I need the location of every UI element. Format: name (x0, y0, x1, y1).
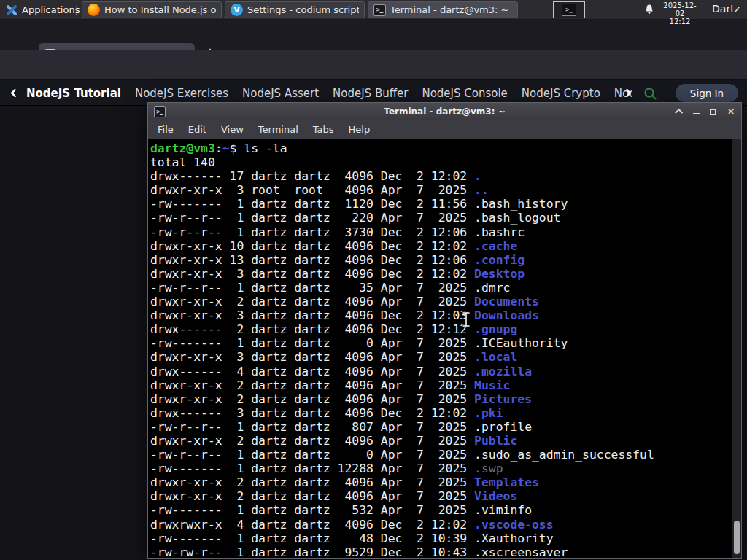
terminal-total-line: total 140 (150, 155, 732, 169)
sign-in-button[interactable]: Sign In (676, 84, 738, 102)
terminal-listing-row: drwx------ 17 dartz dartz 4096 Dec 2 12:… (150, 169, 732, 183)
taskbar-item-terminal[interactable]: >_ Terminal - dartz@vm3: ~ (368, 1, 518, 18)
terminal-menu-item[interactable]: Terminal (254, 124, 303, 135)
top-panel: Applications How to Install Node.js o...… (0, 0, 747, 20)
terminal-listing-row: -rw------- 1 dartz dartz 532 Apr 7 2025 … (150, 503, 732, 517)
clock-time: 12:12 (659, 18, 701, 26)
terminal-minimize-button[interactable] (693, 113, 700, 114)
terminal-prompt-line: dartz@vm3:~$ ls -la (150, 141, 732, 155)
terminal-listing-row: -rw------- 1 dartz dartz 0 Apr 7 2025 .I… (150, 336, 732, 350)
terminal-window: >_ Terminal - dartz@vm3: ~ ✕ FileEditVie… (147, 102, 742, 559)
terminal-output[interactable]: dartz@vm3:~$ ls -la total 140 drwx------… (148, 139, 732, 558)
terminal-menu-item[interactable]: Edit (184, 124, 211, 135)
terminal-window-thumbnail-icon: >_ (562, 4, 576, 16)
terminal-listing-row: drwxr-xr-x 2 dartz dartz 4096 Apr 7 2025… (150, 434, 732, 448)
terminal-listing-row: -rw-rw-r-- 1 dartz dartz 9529 Dec 2 10:4… (150, 545, 732, 558)
workspace-switcher[interactable]: >_ (553, 1, 585, 18)
browser-navigation-toolbar: ← → https://www.geeksforgeeks.org/node-j… (0, 50, 747, 80)
terminal-listing-row: drwxrwxr-x 4 dartz dartz 4096 Dec 2 12:0… (150, 518, 732, 532)
terminal-listing-row: drwx------ 3 dartz dartz 4096 Dec 2 12:0… (150, 406, 732, 420)
gfg-nav-item[interactable]: NodeJS Tutorial (26, 87, 121, 100)
firefox-icon (88, 4, 100, 16)
terminal-listing-row: drwx------ 2 dartz dartz 4096 Dec 2 12:1… (150, 322, 732, 336)
terminal-listing-row: drwxr-xr-x 2 dartz dartz 4096 Apr 7 2025… (150, 295, 732, 308)
terminal-listing: drwx------ 17 dartz dartz 4096 Dec 2 12:… (150, 169, 732, 558)
notification-bell-icon[interactable] (643, 4, 655, 16)
ibeam-mouse-cursor (461, 311, 471, 327)
gfg-nav-item[interactable]: NodeJS Assert (242, 87, 319, 100)
gfg-nav-item[interactable]: NodeJS Buffer (333, 87, 408, 100)
terminal-menu-item[interactable]: Tabs (309, 124, 338, 135)
applications-label: Applications (22, 4, 80, 15)
terminal-window-title: Terminal - dartz@vm3: ~ (148, 106, 741, 117)
panel-username[interactable]: Dartz (712, 3, 740, 15)
gfg-nav-item[interactable]: NodeJS Console (422, 87, 507, 100)
terminal-listing-row: -rw-r--r-- 1 dartz dartz 0 Apr 7 2025 .s… (150, 448, 732, 462)
codium-icon: V (231, 4, 243, 16)
terminal-listing-row: drwxr-xr-x 3 dartz dartz 4096 Apr 7 2025… (150, 350, 732, 364)
terminal-listing-row: -rw-r--r-- 1 dartz dartz 807 Apr 7 2025 … (150, 420, 732, 434)
clock-date: 2025-12-02 (659, 1, 701, 18)
terminal-listing-row: drwxr-xr-x 3 dartz dartz 4096 Dec 2 12:0… (150, 308, 732, 322)
terminal-listing-row: -rw------- 1 dartz dartz 12288 Apr 7 202… (150, 462, 732, 475)
terminal-listing-row: drwx------ 4 dartz dartz 4096 Apr 7 2025… (150, 365, 732, 378)
terminal-scrollbar-thumb[interactable] (734, 521, 740, 554)
terminal-maximize-button[interactable] (710, 109, 716, 115)
terminal-listing-row: drwxr-xr-x 3 root root 4096 Apr 7 2025 .… (150, 183, 732, 197)
desktop: Applications How to Install Node.js o...… (0, 0, 747, 560)
terminal-listing-row: drwxr-xr-x 3 dartz dartz 4096 Dec 2 12:0… (150, 267, 732, 281)
terminal-listing-row: -rw------- 1 dartz dartz 1120 Dec 2 11:5… (150, 197, 732, 211)
terminal-scrollbar[interactable] (732, 139, 741, 558)
applications-menu-button[interactable]: Applications (0, 0, 84, 20)
terminal-listing-row: drwxr-xr-x 2 dartz dartz 4096 Apr 7 2025… (150, 392, 732, 406)
panel-clock[interactable]: 2025-12-02 12:12 (659, 1, 701, 26)
panel-handle (75, 5, 78, 15)
nav-scroll-left-chevron-icon[interactable] (10, 88, 20, 98)
terminal-listing-row: drwxr-xr-x 10 dartz dartz 4096 Dec 2 12:… (150, 239, 732, 253)
gfg-nav-item[interactable]: NodeJS Exercises (135, 87, 228, 100)
gfg-nav-item[interactable]: NodeJS Crypto (522, 87, 600, 100)
terminal-titlebar[interactable]: >_ Terminal - dartz@vm3: ~ ✕ (148, 103, 741, 120)
terminal-menu-item[interactable]: View (217, 124, 248, 135)
terminal-menu-item[interactable]: Help (344, 124, 375, 135)
xubuntu-logo-icon (6, 4, 18, 16)
terminal-listing-row: drwxr-xr-x 2 dartz dartz 4096 Apr 7 2025… (150, 475, 732, 489)
taskbar-item-codium[interactable]: V Settings - codium script... (225, 1, 365, 18)
terminal-menubar: FileEditViewTerminalTabsHelp (148, 120, 741, 139)
taskbar-item-firefox[interactable]: How to Install Node.js o... (82, 1, 222, 18)
terminal-listing-row: drwxr-xr-x 13 dartz dartz 4096 Dec 2 12:… (150, 253, 732, 267)
terminal-close-button[interactable]: ✕ (727, 107, 735, 116)
terminal-listing-row: -rw-r--r-- 1 dartz dartz 220 Apr 7 2025 … (150, 211, 732, 225)
terminal-listing-row: -rw------- 1 dartz dartz 48 Dec 2 10:39 … (150, 532, 732, 545)
terminal-listing-row: -rw-r--r-- 1 dartz dartz 35 Apr 7 2025 .… (150, 281, 732, 295)
search-icon[interactable] (643, 87, 657, 101)
terminal-listing-row: drwxr-xr-x 2 dartz dartz 4096 Apr 7 2025… (150, 489, 732, 503)
terminal-listing-row: -rw-r--r-- 1 dartz dartz 3730 Dec 2 12:0… (150, 225, 732, 239)
terminal-listing-row: drwxr-xr-x 2 dartz dartz 4096 Apr 7 2025… (150, 378, 732, 392)
browser-tab-strip: ∞ How to Install Node.js on ✕ + ✕ (0, 20, 747, 50)
terminal-icon: >_ (374, 4, 386, 16)
terminal-menu-item[interactable]: File (153, 124, 178, 135)
